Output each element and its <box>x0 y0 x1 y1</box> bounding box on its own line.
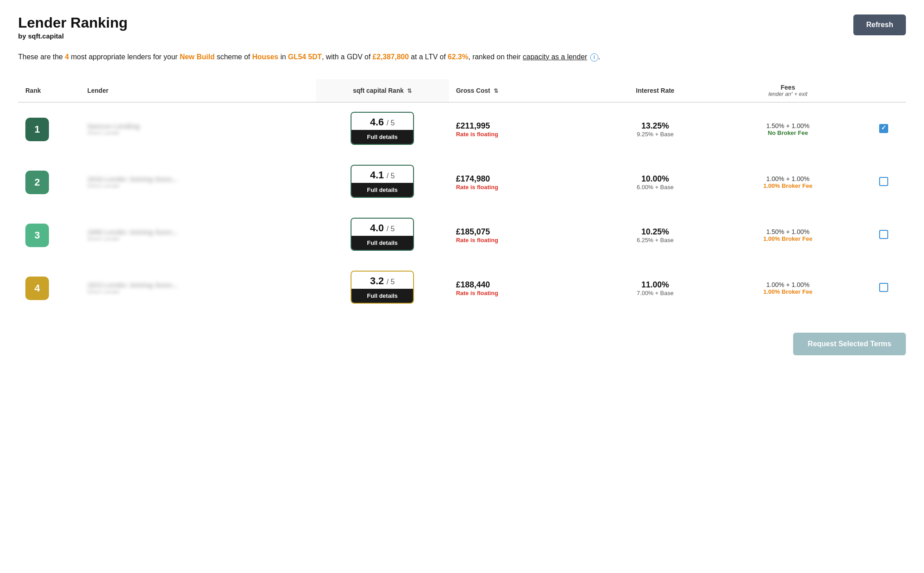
interest-rate-cell: 10.25% 6.25% + Base <box>596 209 714 262</box>
rank-card: 4.0 / 5 Full details <box>351 218 414 251</box>
description-text: These are the 4 most appropriate lenders… <box>18 51 652 63</box>
gross-amount: £174,980 <box>456 174 589 184</box>
full-details-button[interactable]: Full details <box>351 289 413 303</box>
interest-rate-bold: 13.25% <box>603 121 707 131</box>
interest-base: 6.25% + Base <box>603 237 707 244</box>
rate-floating: Rate is floating <box>456 184 589 191</box>
interest-rate-cell: 10.00% 6.00% + Base <box>596 156 714 209</box>
full-details-button[interactable]: Full details <box>351 236 413 250</box>
full-details-button[interactable]: Full details <box>351 183 413 197</box>
rank-badge: 2 <box>25 171 49 194</box>
fees-cell: 1.00% + 1.00% 1.00% Broker Fee <box>714 262 862 315</box>
property-type: Houses <box>252 53 279 61</box>
interest-base: 7.00% + Base <box>603 290 707 296</box>
ltv-value: 62.3% <box>448 53 468 61</box>
col-check-header <box>861 79 906 103</box>
gross-amount: £185,075 <box>456 227 589 237</box>
rank-score: 3.2 / 5 <box>351 272 413 289</box>
col-rank-header: Rank <box>18 79 80 103</box>
refresh-button[interactable]: Refresh <box>853 14 906 35</box>
rank-score: 4.6 / 5 <box>351 113 413 130</box>
rank-cell: 3 <box>18 209 80 262</box>
lender-cell: 1013 Lender Joining Soon... Direct Lende… <box>80 262 316 315</box>
score-denom: / 5 <box>387 225 395 233</box>
gross-amount: £211,995 <box>456 121 589 131</box>
scheme-type: New Build <box>180 53 215 61</box>
rate-floating: Rate is floating <box>456 290 589 296</box>
sqft-sort-icon[interactable]: ⇅ <box>407 88 412 94</box>
interest-rate-bold: 11.00% <box>603 280 707 290</box>
lender-checkbox[interactable] <box>879 283 888 292</box>
table-header-row: Rank Lender sqft capital Rank ⇅ Gross Co… <box>18 79 906 103</box>
capacity-link[interactable]: capacity as a lender <box>523 53 587 61</box>
interest-rate-cell: 13.25% 9.25% + Base <box>596 103 714 156</box>
lender-name: 1010 Lender Joining Soon... <box>87 175 178 183</box>
broker-fee: 1.00% Broker Fee <box>722 288 855 295</box>
postcode: GL54 5DT <box>288 53 322 61</box>
lender-type: Direct Lender <box>87 130 140 136</box>
lender-checkbox[interactable] <box>879 124 888 133</box>
rank-badge: 4 <box>25 277 49 300</box>
title-block: Lender Ranking by sqft.capital <box>18 14 128 40</box>
request-terms-button[interactable]: Request Selected Terms <box>793 333 906 355</box>
col-sqft-header: sqft capital Rank ⇅ <box>316 79 449 103</box>
full-details-button[interactable]: Full details <box>351 130 413 144</box>
rank-cell: 2 <box>18 156 80 209</box>
table-row: 2 1010 Lender Joining Soon... Direct Len… <box>18 156 906 209</box>
lender-table: Rank Lender sqft capital Rank ⇅ Gross Co… <box>18 79 906 315</box>
info-icon[interactable]: i <box>590 53 598 62</box>
table-row: 3 1000 Lender Joining Soon... Direct Len… <box>18 209 906 262</box>
table-row: 1 Sancus Lending Direct Lender 4.6 / 5 F… <box>18 103 906 156</box>
checkbox-cell <box>861 262 906 315</box>
lender-cell: 1000 Lender Joining Soon... Direct Lende… <box>80 209 316 262</box>
page-title: Lender Ranking <box>18 14 128 31</box>
lender-name: 1013 Lender Joining Soon... <box>87 281 178 289</box>
gross-amount: £188,440 <box>456 280 589 290</box>
col-fees-header: Fees lender arr' + exit <box>714 79 862 103</box>
rank-card: 3.2 / 5 Full details <box>351 271 414 304</box>
rank-card: 4.1 / 5 Full details <box>351 165 414 198</box>
lender-name: 1000 Lender Joining Soon... <box>87 228 178 236</box>
score-denom: / 5 <box>387 278 395 286</box>
rate-floating: Rate is floating <box>456 131 589 138</box>
lender-cell: Sancus Lending Direct Lender <box>80 103 316 156</box>
rank-score: 4.1 / 5 <box>351 166 413 183</box>
score-denom: / 5 <box>387 119 395 127</box>
rank-badge: 1 <box>25 118 49 141</box>
interest-base: 9.25% + Base <box>603 131 707 138</box>
sqft-rank-cell: 3.2 / 5 Full details <box>316 262 449 315</box>
col-interest-header: Interest Rate <box>596 79 714 103</box>
fees-main: 1.50% + 1.00% <box>722 122 855 129</box>
lender-checkbox[interactable] <box>879 230 888 239</box>
gross-cost-cell: £185,075 Rate is floating <box>449 209 597 262</box>
score-denom: / 5 <box>387 172 395 180</box>
interest-rate-cell: 11.00% 7.00% + Base <box>596 262 714 315</box>
gdv-value: £2,387,800 <box>373 53 409 61</box>
col-lender-header: Lender <box>80 79 316 103</box>
interest-base: 6.00% + Base <box>603 184 707 191</box>
rank-cell: 4 <box>18 262 80 315</box>
lender-checkbox[interactable] <box>879 177 888 186</box>
sqft-rank-cell: 4.0 / 5 Full details <box>316 209 449 262</box>
rank-card: 4.6 / 5 Full details <box>351 112 414 145</box>
table-row: 4 1013 Lender Joining Soon... Direct Len… <box>18 262 906 315</box>
footer-row: Request Selected Terms <box>18 333 906 355</box>
lender-cell: 1010 Lender Joining Soon... Direct Lende… <box>80 156 316 209</box>
rank-badge: 3 <box>25 224 49 247</box>
gross-sort-icon[interactable]: ⇅ <box>494 88 498 94</box>
fees-cell: 1.50% + 1.00% 1.00% Broker Fee <box>714 209 862 262</box>
interest-rate-bold: 10.00% <box>603 174 707 184</box>
col-gross-header: Gross Cost ⇅ <box>449 79 597 103</box>
page-subtitle: by sqft.capital <box>18 32 128 40</box>
lender-type: Direct Lender <box>87 236 178 242</box>
checkbox-cell <box>861 103 906 156</box>
lender-type: Direct Lender <box>87 289 178 295</box>
fees-main: 1.50% + 1.00% <box>722 228 855 235</box>
sqft-rank-cell: 4.1 / 5 Full details <box>316 156 449 209</box>
fees-main: 1.00% + 1.00% <box>722 281 855 288</box>
lender-name: Sancus Lending <box>87 122 140 130</box>
page-header: Lender Ranking by sqft.capital Refresh <box>18 14 906 40</box>
sqft-rank-cell: 4.6 / 5 Full details <box>316 103 449 156</box>
fees-cell: 1.00% + 1.00% 1.00% Broker Fee <box>714 156 862 209</box>
gross-cost-cell: £188,440 Rate is floating <box>449 262 597 315</box>
